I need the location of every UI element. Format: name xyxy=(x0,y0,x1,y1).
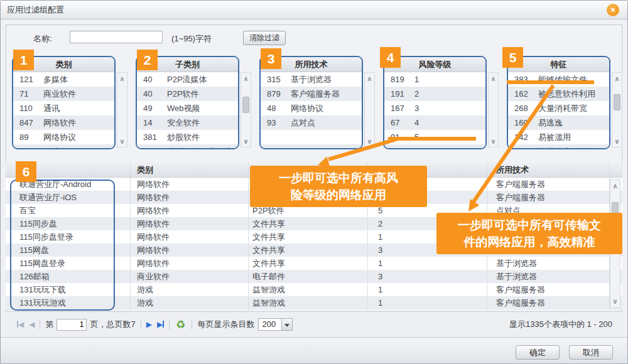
list-item[interactable]: 40P2P流媒体 xyxy=(137,72,238,87)
item-count: 71 xyxy=(13,87,43,101)
table-row[interactable]: 126邮箱商业软件电子邮件3基于浏览器 xyxy=(6,270,622,283)
next-page-button[interactable]: ▶ xyxy=(146,320,152,329)
item-count: 49 xyxy=(137,101,167,115)
list-item[interactable]: 69大型多人在线游戏 xyxy=(137,144,238,149)
item-label: 游戏 xyxy=(43,144,60,149)
item-count: 67 xyxy=(384,115,414,130)
list-item[interactable]: 40P2P软件 xyxy=(137,87,238,101)
step-badge-3: 3 xyxy=(261,48,281,69)
scroll-down-icon[interactable]: ∨ xyxy=(610,297,620,305)
list-item[interactable]: 110通讯 xyxy=(13,101,114,115)
callout-file-transfer: 一步即可选中所有可传输文 件的网络应用，高效精准 xyxy=(436,213,622,254)
item-label: 客户端服务器 xyxy=(291,87,340,101)
table-cell: 网络软件 xyxy=(131,191,249,204)
item-count: 162 xyxy=(508,87,538,101)
scroll-up-icon[interactable]: ∧ xyxy=(241,75,251,82)
list-item[interactable]: 8191 xyxy=(384,72,485,87)
name-label: 名称: xyxy=(33,33,52,45)
item-label: 点对点 xyxy=(291,115,315,130)
refresh-icon[interactable]: ♻ xyxy=(176,318,185,331)
first-page-button[interactable]: ◀ xyxy=(17,320,24,329)
last-page-button[interactable]: ▶ xyxy=(157,320,164,329)
item-label: 商业软件 xyxy=(43,87,76,101)
list-item[interactable]: 121多媒体 xyxy=(13,72,114,87)
list-item[interactable]: 162被恶意软件利用 xyxy=(508,87,609,101)
scrollbar-thumb[interactable] xyxy=(242,97,249,113)
callout-text: 险等级的网络应用 xyxy=(250,186,427,203)
table-cell: 客户端服务器 xyxy=(487,296,610,309)
item-count: 381 xyxy=(137,130,167,144)
table-cell: 131玩玩游戏 xyxy=(6,296,131,309)
scroll-down-icon[interactable]: ∨ xyxy=(241,137,251,145)
scroll-up-icon[interactable]: ∧ xyxy=(365,75,374,82)
per-page-select[interactable]: 200 xyxy=(258,318,293,331)
panel-scrollbar[interactable]: ∧∨ xyxy=(241,72,251,147)
scroll-down-icon[interactable]: ∨ xyxy=(117,137,127,145)
table-row[interactable]: 131玩玩游戏游戏益智游戏1客户端服务器 xyxy=(6,296,622,309)
table-row[interactable]: 131玩玩下载游戏益智游戏1客户端服务器 xyxy=(6,283,622,296)
scroll-down-icon[interactable]: ∨ xyxy=(489,137,498,145)
table-status-text: 显示1335个表项中的 1 - 200 xyxy=(509,319,612,330)
page-number-input[interactable] xyxy=(57,319,87,331)
table-cell: 115同步盘登录 xyxy=(6,230,131,244)
list-item[interactable]: 674 xyxy=(384,115,485,130)
panel-scrollbar[interactable]: ∧∨ xyxy=(612,72,622,147)
list-item[interactable]: 1912 xyxy=(384,87,485,101)
ok-button[interactable]: 确定 xyxy=(516,345,560,360)
list-item[interactable]: 381炒股软件 xyxy=(137,130,238,144)
prev-page-button[interactable]: ◀ xyxy=(29,320,35,329)
table-cell: 115网盘 xyxy=(6,244,131,257)
list-item[interactable]: 49Web视频 xyxy=(137,101,238,115)
table-cell: 客户端服务器 xyxy=(487,191,610,204)
panel-scrollbar[interactable]: ∧∨ xyxy=(364,72,375,147)
list-item[interactable]: 1673 xyxy=(384,101,485,115)
scrollbar-thumb[interactable] xyxy=(614,94,620,110)
table-cell: 游戏 xyxy=(131,283,249,296)
close-icon[interactable]: × xyxy=(607,4,619,16)
panel-scrollbar[interactable]: ∧∨ xyxy=(488,72,499,147)
list-item[interactable]: 14安全软件 xyxy=(137,115,238,130)
item-label: 被恶意软件利用 xyxy=(538,87,595,101)
list-item[interactable]: 383能够传输文件 xyxy=(508,72,609,87)
scroll-down-icon[interactable]: ∨ xyxy=(365,137,374,145)
table-cell: 文件共享 xyxy=(249,244,368,257)
cancel-button[interactable]: 取消 xyxy=(569,345,613,360)
list-item[interactable]: 879客户端服务器 xyxy=(261,87,362,101)
list-item[interactable]: 315基于浏览器 xyxy=(261,72,362,87)
list-item[interactable]: 97游戏 xyxy=(13,144,114,149)
list-item[interactable]: 847网络软件 xyxy=(13,115,114,130)
item-label: 5 xyxy=(414,130,419,144)
list-item[interactable]: 915 xyxy=(384,130,485,144)
item-count: 167 xyxy=(384,101,414,115)
scroll-up-icon[interactable]: ∧ xyxy=(117,75,127,82)
panel-scrollbar[interactable]: ∧∨ xyxy=(117,72,127,147)
panel-list: 819119121673674915 xyxy=(384,72,485,149)
name-input[interactable] xyxy=(70,31,163,43)
chevron-down-icon[interactable] xyxy=(281,319,292,330)
item-count: 48 xyxy=(261,101,291,115)
app-filter-group-dialog: 应用过滤组配置 × 名称: (1~95)字符 清除过滤 类别121多媒体71商业… xyxy=(0,0,628,364)
table-cell: 126邮箱 xyxy=(6,270,131,283)
list-item[interactable]: 160易逃逸 xyxy=(508,115,609,130)
pagination-bar: ◀ ◀ 第 页，总页数7 ▶ ▶ ♻ 每页显示条目数 200 显示1335个表项… xyxy=(6,311,622,337)
item-label: 网络协议 xyxy=(291,101,323,115)
callout-text: 一步即可选中所有高风 xyxy=(250,169,427,186)
list-item[interactable]: 268大量消耗带宽 xyxy=(508,101,609,115)
table-cell: 131玩玩下载 xyxy=(6,283,131,296)
clear-filter-button[interactable]: 清除过滤 xyxy=(243,31,286,45)
list-item[interactable]: 101被其他应用使用 xyxy=(508,144,609,149)
item-label: 能够传输文件 xyxy=(538,72,587,87)
scroll-up-icon[interactable]: ∧ xyxy=(612,75,622,82)
list-item[interactable]: 48网络协议 xyxy=(261,101,362,115)
scroll-up-icon[interactable]: ∧ xyxy=(610,182,620,190)
table-row[interactable]: 115网盘登录网络软件文件共享1基于浏览器 xyxy=(6,257,622,270)
scroll-up-icon[interactable]: ∧ xyxy=(489,75,498,82)
table-cell: 商业软件 xyxy=(131,270,249,283)
list-item[interactable]: 71商业软件 xyxy=(13,87,114,101)
scroll-down-icon[interactable]: ∨ xyxy=(612,137,622,145)
list-item[interactable]: 93点对点 xyxy=(261,115,362,130)
item-count: 101 xyxy=(508,144,538,149)
list-item[interactable]: 142易被滥用 xyxy=(508,130,609,144)
item-count: 819 xyxy=(384,72,414,87)
list-item[interactable]: 89网络协议 xyxy=(13,130,114,144)
